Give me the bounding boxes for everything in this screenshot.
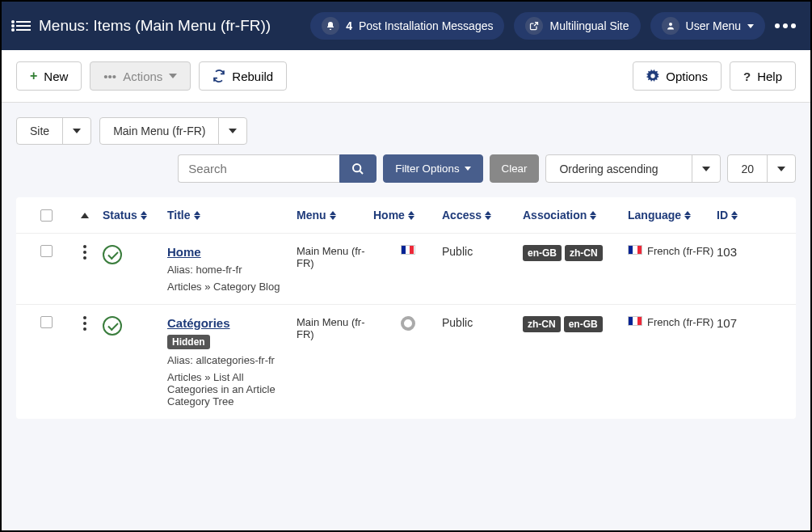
select-all-checkbox[interactable] <box>40 209 53 222</box>
user-icon <box>662 17 679 35</box>
rebuild-button[interactable]: Rebuild <box>199 61 287 91</box>
page-title: Menus: Items (Main Menu (fr-FR)) <box>39 17 271 35</box>
items-table: Status Title Menu Home Access Associatio… <box>16 197 796 419</box>
new-label: New <box>44 70 68 83</box>
item-alias: Alias: allcategories-fr-fr <box>167 354 275 366</box>
column-ordering[interactable] <box>66 209 103 222</box>
item-access: Public <box>442 316 473 329</box>
status-published-icon[interactable] <box>103 245 122 264</box>
client-select[interactable]: Site <box>16 117 91 145</box>
table-header: Status Title Menu Home Access Associatio… <box>16 197 796 233</box>
help-label: Help <box>757 70 782 83</box>
svg-point-1 <box>353 164 360 171</box>
chevron-down-icon <box>465 167 471 171</box>
gear-icon <box>646 70 659 82</box>
question-icon: ? <box>743 70 751 83</box>
refresh-icon <box>212 70 225 82</box>
item-language: French (fr-FR) <box>647 245 713 257</box>
item-path: Articles » List All Categories in an Art… <box>167 371 297 407</box>
association-badge[interactable]: zh-CN <box>565 245 603 261</box>
clear-button[interactable]: Clear <box>490 154 540 183</box>
table-row: Catégories Hidden Alias: allcategories-f… <box>16 304 796 419</box>
top-header: Menus: Items (Main Menu (fr-FR)) 4 Post … <box>2 2 810 50</box>
column-id[interactable]: ID <box>717 209 761 222</box>
ordering-value: Ordering ascending <box>546 155 692 182</box>
column-status[interactable]: Status <box>103 209 167 222</box>
association-badge[interactable]: en-GB <box>564 316 603 332</box>
chevron-down-icon[interactable] <box>218 118 246 144</box>
status-published-icon[interactable] <box>103 316 122 336</box>
column-title[interactable]: Title <box>167 209 297 222</box>
flag-fr-icon <box>628 245 642 255</box>
table-row: Home Alias: home-fr-fr Articles » Catego… <box>16 233 796 304</box>
external-link-icon <box>525 17 543 35</box>
user-menu-button[interactable]: User Menu <box>650 12 765 40</box>
item-access: Public <box>442 245 473 258</box>
item-id: 107 <box>717 316 737 330</box>
menu-toggle-icon[interactable] <box>16 21 31 31</box>
item-menu: Main Menu (fr-FR) <box>297 316 373 340</box>
item-title-link[interactable]: Catégories <box>167 316 230 330</box>
flag-fr-icon <box>628 316 642 326</box>
row-checkbox[interactable] <box>40 245 53 257</box>
chevron-down-icon[interactable] <box>767 155 795 182</box>
chevron-down-icon <box>747 24 754 28</box>
filter-options-button[interactable]: Filter Options <box>383 154 482 183</box>
item-menu: Main Menu (fr-FR) <box>297 245 373 269</box>
ellipsis-icon: ••• <box>103 70 116 83</box>
bell-icon <box>322 17 339 35</box>
svg-point-0 <box>669 23 672 26</box>
frontend-link[interactable]: Multilingual Site <box>514 12 640 40</box>
actions-button[interactable]: ••• Actions <box>90 61 191 91</box>
hidden-badge: Hidden <box>167 335 210 349</box>
column-menu[interactable]: Menu <box>297 209 373 222</box>
row-actions-menu[interactable] <box>83 245 86 260</box>
new-button[interactable]: + New <box>16 61 82 91</box>
search-input[interactable] <box>178 154 339 183</box>
association-badge[interactable]: zh-CN <box>523 316 561 332</box>
actions-label: Actions <box>123 70 162 83</box>
home-default-icon[interactable] <box>401 316 415 331</box>
search-icon <box>351 163 364 175</box>
item-id: 103 <box>717 245 737 259</box>
chevron-down-icon <box>169 74 177 78</box>
notification-label: Post Installation Messages <box>359 19 494 32</box>
column-language[interactable]: Language <box>628 209 717 222</box>
search-button[interactable] <box>339 154 377 183</box>
filter-options-label: Filter Options <box>395 163 459 175</box>
column-association[interactable]: Association <box>523 209 628 222</box>
more-menu-button[interactable] <box>775 23 796 28</box>
user-menu-label: User Menu <box>686 19 741 32</box>
rebuild-label: Rebuild <box>232 70 273 83</box>
home-flag-icon[interactable] <box>401 245 415 255</box>
client-value: Site <box>17 118 62 144</box>
chevron-down-icon[interactable] <box>62 118 90 144</box>
help-button[interactable]: ? Help <box>730 61 796 91</box>
item-title-link[interactable]: Home <box>167 245 201 259</box>
limit-value: 20 <box>728 155 767 182</box>
menu-select[interactable]: Main Menu (fr-FR) <box>99 117 247 145</box>
options-label: Options <box>666 70 708 83</box>
item-path: Articles » Category Blog <box>167 281 280 293</box>
sort-asc-icon <box>81 213 89 218</box>
column-home[interactable]: Home <box>373 209 442 222</box>
notification-count: 4 <box>346 19 352 32</box>
row-checkbox[interactable] <box>40 316 53 328</box>
plus-icon: + <box>30 69 37 83</box>
frontend-label: Multilingual Site <box>549 19 629 32</box>
row-actions-menu[interactable] <box>83 316 86 331</box>
ordering-select[interactable]: Ordering ascending <box>545 154 721 183</box>
limit-select[interactable]: 20 <box>727 154 796 183</box>
options-button[interactable]: Options <box>633 61 722 91</box>
menu-value: Main Menu (fr-FR) <box>100 118 218 144</box>
column-access[interactable]: Access <box>442 209 523 222</box>
item-alias: Alias: home-fr-fr <box>167 264 242 276</box>
association-badge[interactable]: en-GB <box>523 245 562 261</box>
chevron-down-icon[interactable] <box>692 155 720 182</box>
toolbar: + New ••• Actions Rebuild Options ? Help <box>2 50 810 103</box>
notifications-button[interactable]: 4 Post Installation Messages <box>310 12 504 40</box>
item-language: French (fr-FR) <box>647 316 713 328</box>
